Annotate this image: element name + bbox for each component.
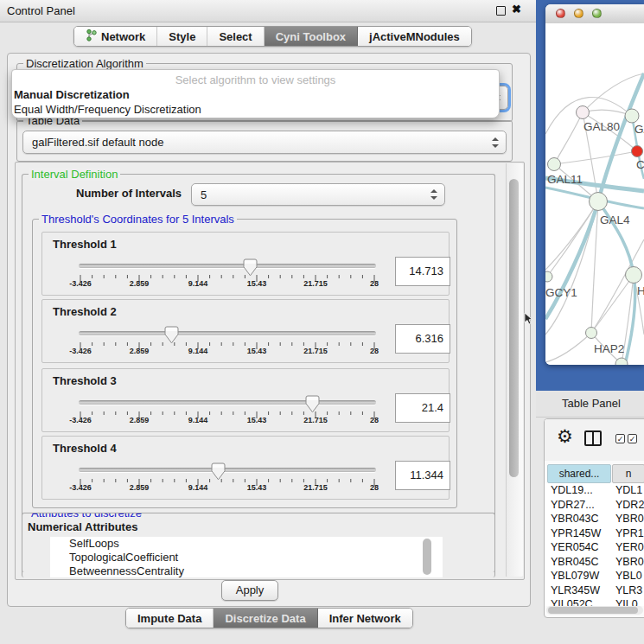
horizontal-scrollbar-thumb[interactable]: [548, 607, 638, 614]
threshold-value-field[interactable]: 6.316: [395, 324, 450, 354]
gear-icon[interactable]: ⚙: [557, 426, 573, 447]
screenshot-root: Control Panel ✖ NetworkStyleSelectCyni T…: [0, 0, 644, 644]
attributes-group: Attributes to discretize Numerical Attri…: [22, 513, 495, 577]
table-panel: ⚙ ✓ ✓ shared... n YDL19...YDL1YDR27...YD…: [544, 418, 644, 618]
dropdown-option-equal-width-frequency[interactable]: Equal Width/Frequency Discretization: [12, 102, 499, 117]
number-of-intervals-select[interactable]: 5: [191, 183, 445, 206]
cell-name: YIL0: [615, 597, 644, 606]
threshold-slider[interactable]: -3.4262.8599.14415.4321.71528: [79, 257, 376, 291]
tab-jactivemnodules[interactable]: jActiveMNodules: [358, 27, 471, 46]
threshold-value-field[interactable]: 21.4: [395, 393, 450, 423]
vertical-scrollbar[interactable]: [506, 163, 523, 577]
table-row[interactable]: YBR045CYBR0: [545, 555, 644, 570]
network-node[interactable]: [632, 146, 643, 157]
list-item-betweennesscentrality[interactable]: BetweennessCentrality: [50, 564, 443, 577]
list-item-selfloops[interactable]: SelfLoops: [50, 537, 443, 551]
network-canvas[interactable]: GAL80GACGAL11GAL4GCY1HHAP2: [545, 23, 644, 365]
mouse-cursor: [524, 313, 534, 328]
network-node[interactable]: [586, 328, 597, 339]
number-of-intervals-label: Number of Intervals: [76, 187, 182, 200]
network-node[interactable]: [590, 193, 608, 211]
slider-thumb[interactable]: [211, 462, 226, 481]
horizontal-scrollbar[interactable]: [546, 606, 643, 615]
tab-cyni-toolbox[interactable]: Cyni Toolbox: [265, 27, 358, 46]
column-header-name[interactable]: n: [612, 464, 644, 483]
tab-discretize-data[interactable]: Discretize Data: [214, 609, 317, 628]
table-data-select[interactable]: galFiltered.sif default node: [22, 131, 507, 154]
attributes-list-scrollbar-thumb[interactable]: [423, 539, 431, 575]
network-edge[interactable]: [554, 151, 637, 164]
cell-shared-name: YBR045C: [551, 555, 609, 570]
list-item-topologicalcoefficient[interactable]: TopologicalCoefficient: [50, 551, 443, 564]
tick-label: 15.43: [247, 279, 267, 288]
tab-select[interactable]: Select: [207, 27, 264, 46]
tick-label: 2.859: [130, 416, 150, 424]
tab-style[interactable]: Style: [157, 27, 207, 46]
float-panel-icon[interactable]: [496, 6, 506, 16]
network-node[interactable]: [625, 109, 639, 123]
node-label: GCY1: [545, 286, 577, 299]
tab-network[interactable]: Network: [74, 27, 157, 46]
cell-name: YBR0: [615, 512, 644, 526]
close-panel-icon[interactable]: ✖: [512, 3, 521, 16]
checkbox-icon[interactable]: ✓: [628, 434, 637, 443]
table-row[interactable]: YBR043CYBR0: [545, 512, 644, 526]
network-node[interactable]: [545, 271, 552, 282]
cell-shared-name: YDL19...: [551, 483, 609, 498]
cell-shared-name: YLR345W: [551, 583, 609, 598]
network-node[interactable]: [577, 106, 590, 119]
table-row[interactable]: YDL19...YDL1: [545, 483, 644, 498]
table-row[interactable]: YBL079WYBL0: [545, 569, 644, 583]
tick-label: 15.43: [247, 483, 267, 492]
vertical-scrollbar-thumb[interactable]: [509, 179, 519, 477]
tick-label: 9.144: [188, 347, 208, 355]
tab-infer-network[interactable]: Infer Network: [318, 609, 412, 628]
window-zoom-button[interactable]: [592, 9, 602, 18]
threshold-label: Threshold 3: [53, 374, 117, 387]
slider-thumb[interactable]: [164, 326, 179, 344]
tab-label: Select: [219, 30, 252, 43]
node-label: GAL80: [583, 120, 620, 133]
window-close-button[interactable]: [556, 9, 565, 18]
threshold-slider[interactable]: -3.4262.8599.14415.4321.71528: [79, 393, 376, 428]
network-edge[interactable]: [545, 333, 591, 362]
table-row[interactable]: YER054CYER0: [545, 540, 644, 555]
threshold-value-field[interactable]: 14.713: [395, 257, 450, 286]
tab-label: jActiveMNodules: [369, 30, 460, 43]
threshold-slider[interactable]: -3.4262.8599.14415.4321.71528: [79, 324, 376, 359]
slider-tick-labels: -3.4262.8599.14415.4321.71528: [79, 279, 376, 290]
network-edge[interactable]: [545, 201, 598, 270]
slider-thumb[interactable]: [243, 258, 258, 277]
apply-button[interactable]: Apply: [221, 580, 278, 601]
column-header-shared-name[interactable]: shared...: [547, 464, 611, 483]
table-panel-toolbar: ⚙ ✓ ✓: [545, 419, 644, 461]
slider-thumb[interactable]: [305, 395, 320, 413]
tab-impute-data[interactable]: Impute Data: [126, 609, 214, 628]
checkbox-icon[interactable]: ✓: [615, 434, 625, 443]
slider-track: [79, 331, 376, 335]
dropdown-option-manual-discretization[interactable]: Manual Discretization: [12, 87, 499, 102]
window-minimize-button[interactable]: [574, 9, 583, 18]
threshold-label: Threshold 1: [53, 238, 117, 251]
number-of-intervals-value: 5: [201, 184, 425, 205]
tick-label: 28: [370, 483, 379, 492]
slider-ticks: [79, 475, 376, 482]
tab-label: Discretize Data: [225, 612, 305, 625]
cell-shared-name: YIL052C: [551, 597, 609, 606]
tick-label: 28: [370, 347, 379, 355]
table-row[interactable]: YDR27...YDR2: [545, 498, 644, 513]
cell-name: YDL1: [615, 483, 644, 498]
node-label: GAL4: [600, 214, 630, 226]
split-columns-icon[interactable]: [584, 430, 602, 446]
network-node[interactable]: [548, 158, 561, 171]
network-edge[interactable]: [583, 110, 632, 116]
slider-tick-labels: -3.4262.8599.14415.4321.71528: [79, 483, 376, 494]
table-row[interactable]: YIL052CYIL0: [545, 597, 644, 606]
network-edge[interactable]: [554, 112, 583, 164]
threshold-value-field[interactable]: 11.344: [395, 461, 450, 490]
table-row[interactable]: YLR345WYLR3: [545, 583, 644, 598]
network-node[interactable]: [626, 267, 642, 284]
threshold-slider[interactable]: -3.4262.8599.14415.4321.71528: [79, 461, 376, 495]
cell-name: YBL0: [615, 569, 644, 583]
table-row[interactable]: YPR145WYPR1: [545, 526, 644, 541]
